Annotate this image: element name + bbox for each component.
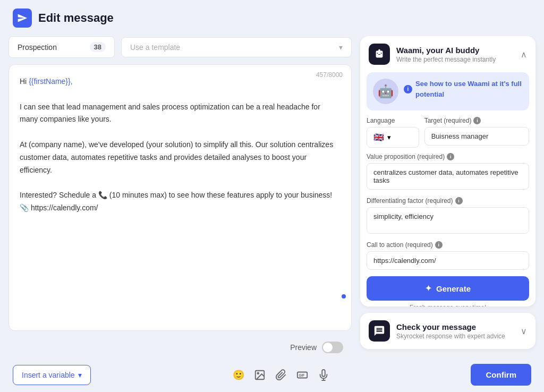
target-input[interactable] xyxy=(424,127,529,146)
ai-card-header[interactable]: Waami, your AI buddy Write the perfect m… xyxy=(360,36,536,72)
template-select[interactable]: Use a template ▾ xyxy=(121,37,352,57)
gif-icon[interactable]: GIF xyxy=(296,369,309,381)
message-counter: 457/8000 xyxy=(316,71,343,79)
language-label: Language xyxy=(367,117,419,124)
app-icon xyxy=(13,8,32,28)
bottom-toolbar: Insert a variable ▾ 🙂 GIF Confirm xyxy=(0,357,544,392)
waami-banner: 🤖 i See how to use Waami at it's full po… xyxy=(367,72,529,110)
page-title: Edit message xyxy=(38,11,114,25)
main-layout: Prospection 38 Use a template ▾ 457/8000… xyxy=(0,36,544,357)
cta-info-icon: i xyxy=(435,241,443,249)
robot-icon xyxy=(373,48,385,60)
ai-card-title: Waami, your AI buddy xyxy=(396,46,496,55)
target-label: Target (required) i xyxy=(424,117,529,124)
left-panel: Prospection 38 Use a template ▾ 457/8000… xyxy=(8,36,352,357)
chevron-down-icon: ▾ xyxy=(78,371,82,379)
svg-text:GIF: GIF xyxy=(299,373,304,377)
target-group: Target (required) i xyxy=(424,117,529,148)
insert-variable-button[interactable]: Insert a variable ▾ xyxy=(13,365,91,385)
language-group: Language 🇬🇧 ▾ xyxy=(367,117,419,148)
diff-factor-label: Differentiating factor (required) i xyxy=(367,197,529,204)
ai-card-subtitle: Write the perfect message instantly xyxy=(396,56,496,63)
diff-factor-input[interactable] xyxy=(367,207,529,234)
ai-buddy-card: Waami, your AI buddy Write the perfect m… xyxy=(360,36,536,306)
toolbar-icons: 🙂 GIF xyxy=(232,369,330,381)
preview-label: Preview xyxy=(290,343,317,352)
lang-target-row: Language 🇬🇧 ▾ Target (required) i xyxy=(367,117,529,148)
info-icon: i xyxy=(404,85,412,93)
diff-factor-group: Differentiating factor (required) i xyxy=(367,197,529,236)
scroll-indicator xyxy=(342,294,346,299)
ai-avatar xyxy=(369,44,390,65)
waami-robot-avatar: 🤖 xyxy=(373,79,398,104)
value-prop-label: Value proposition (required) i xyxy=(367,153,529,160)
check-card-expand-icon[interactable]: ∨ xyxy=(521,326,527,336)
check-message-card[interactable]: Check your message Skyrocket response wi… xyxy=(360,313,536,349)
chevron-down-icon: ▾ xyxy=(339,43,343,52)
language-select[interactable]: 🇬🇧 ▾ xyxy=(367,127,419,148)
category-label: Prospection xyxy=(18,43,57,52)
cta-input[interactable] xyxy=(367,251,529,270)
ai-card-info: Waami, your AI buddy Write the perfect m… xyxy=(396,46,496,63)
emoji-icon[interactable]: 🙂 xyxy=(232,369,245,381)
value-prop-input[interactable] xyxy=(367,163,529,190)
check-card-title: Check your message xyxy=(396,322,505,331)
check-avatar xyxy=(369,320,390,342)
flag-icon: 🇬🇧 xyxy=(373,132,384,142)
waami-banner-text: i See how to use Waami at it's full pote… xyxy=(404,79,523,99)
category-select[interactable]: Prospection 38 xyxy=(8,36,115,58)
check-card-info: Check your message Skyrocket response wi… xyxy=(396,322,505,340)
confirm-button[interactable]: Confirm xyxy=(471,364,531,386)
message-editor: 457/8000 Hi {{firstName}}, I can see tha… xyxy=(8,64,352,331)
sparkle-icon: ✦ xyxy=(425,284,432,293)
microphone-icon[interactable] xyxy=(317,369,330,381)
right-panel: Waami, your AI buddy Write the perfect m… xyxy=(360,36,536,357)
template-placeholder: Use a template xyxy=(130,43,180,52)
image-icon[interactable] xyxy=(253,369,266,381)
category-badge: 38 xyxy=(90,42,106,52)
message-content[interactable]: Hi {{firstName}}, I can see that lead ma… xyxy=(9,65,351,330)
header: Edit message xyxy=(0,0,544,36)
value-prop-info-icon: i xyxy=(447,153,454,160)
value-prop-group: Value proposition (required) i xyxy=(367,153,529,192)
ai-card-collapse-icon[interactable]: ∧ xyxy=(521,49,527,59)
paperclip-icon[interactable] xyxy=(275,369,287,381)
ai-form: Language 🇬🇧 ▾ Target (required) i xyxy=(360,117,536,306)
target-info-icon: i xyxy=(473,117,481,124)
controls-row: Prospection 38 Use a template ▾ xyxy=(8,36,352,58)
check-card-subtitle: Skyrocket response with expert advice xyxy=(396,333,505,340)
cta-group: Call to action (required) i xyxy=(367,241,529,270)
generate-button[interactable]: ✦ Generate xyxy=(367,276,529,301)
message-check-icon xyxy=(373,325,385,337)
cta-label: Call to action (required) i xyxy=(367,241,529,249)
generate-subtitle: Fresh message every time! xyxy=(367,304,529,306)
preview-row: Preview xyxy=(8,337,352,357)
diff-factor-info-icon: i xyxy=(455,197,463,204)
preview-toggle[interactable] xyxy=(322,342,343,353)
firstname-variable: {{firstName}}, xyxy=(29,77,73,86)
chevron-down-icon: ▾ xyxy=(387,133,391,141)
svg-point-1 xyxy=(257,372,259,374)
paper-plane-icon xyxy=(17,13,28,23)
